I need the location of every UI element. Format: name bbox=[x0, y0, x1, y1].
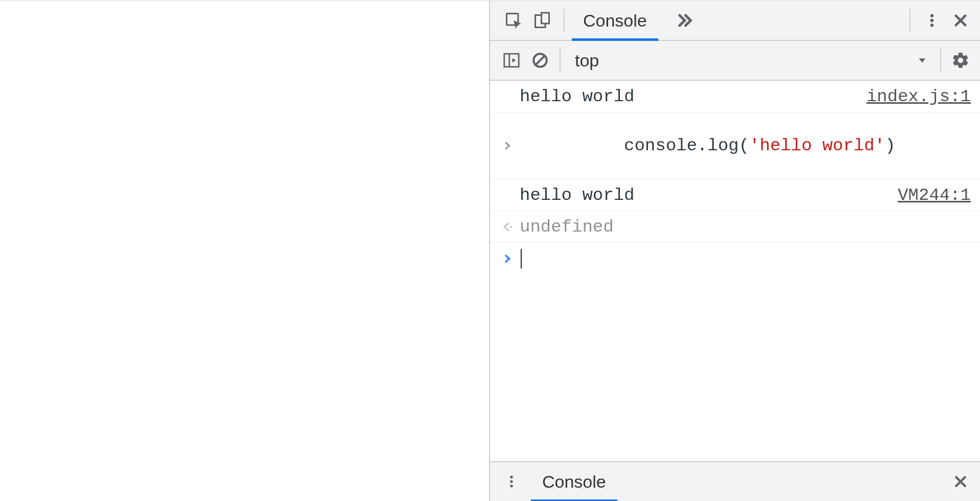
console-prompt[interactable] bbox=[490, 243, 980, 275]
log-message: hello world bbox=[520, 186, 898, 205]
svg-point-11 bbox=[510, 476, 513, 479]
divider bbox=[940, 49, 941, 72]
code-call-end: ) bbox=[885, 136, 895, 155]
context-selector[interactable]: top bbox=[566, 51, 935, 71]
divider bbox=[564, 9, 565, 32]
drawer-tab-label: Console bbox=[542, 472, 606, 492]
svg-point-10 bbox=[510, 226, 512, 228]
close-devtools-icon[interactable] bbox=[946, 6, 975, 35]
svg-line-9 bbox=[536, 56, 545, 65]
console-input-row: console.log('hello world') bbox=[490, 112, 980, 179]
drawer-bar: Console bbox=[490, 461, 980, 501]
svg-rect-6 bbox=[504, 54, 519, 67]
source-link[interactable]: VM244:1 bbox=[898, 186, 971, 205]
more-tabs-icon[interactable] bbox=[674, 10, 694, 31]
divider bbox=[560, 49, 561, 72]
input-code: console.log('hello world') bbox=[520, 117, 971, 175]
drawer-kebab-icon[interactable] bbox=[497, 467, 526, 496]
viewport-pane bbox=[0, 1, 489, 501]
context-selector-label: top bbox=[575, 51, 599, 71]
devtools-tabbar: Console bbox=[490, 1, 980, 41]
device-toolbar-icon[interactable] bbox=[528, 6, 556, 35]
kebab-menu-icon[interactable] bbox=[918, 6, 946, 35]
console-output[interactable]: hello world index.js:1 console.log('hell… bbox=[490, 81, 980, 461]
svg-point-4 bbox=[930, 19, 933, 22]
caret-down-icon bbox=[917, 55, 928, 66]
prompt-caret-icon bbox=[495, 252, 520, 265]
svg-rect-2 bbox=[542, 13, 549, 24]
close-drawer-icon[interactable] bbox=[946, 467, 975, 496]
svg-point-13 bbox=[510, 485, 513, 488]
svg-point-5 bbox=[930, 24, 933, 27]
console-log-row: hello world VM244:1 bbox=[490, 179, 980, 211]
console-return-row: undefined bbox=[490, 211, 980, 243]
svg-point-3 bbox=[930, 14, 933, 17]
tab-underline bbox=[572, 38, 658, 41]
drawer-tab-console[interactable]: Console bbox=[531, 462, 617, 501]
svg-point-12 bbox=[510, 480, 513, 483]
return-caret-icon bbox=[495, 221, 520, 233]
tab-console[interactable]: Console bbox=[572, 1, 658, 40]
console-settings-icon[interactable] bbox=[946, 46, 975, 75]
clear-console-icon[interactable] bbox=[526, 46, 554, 75]
console-toolbar: top bbox=[490, 41, 980, 81]
source-link[interactable]: index.js:1 bbox=[866, 87, 971, 106]
text-cursor bbox=[521, 249, 522, 268]
console-log-row: hello world index.js:1 bbox=[490, 81, 980, 112]
divider bbox=[909, 9, 910, 32]
code-string: 'hello world' bbox=[749, 136, 885, 155]
input-caret-icon bbox=[495, 139, 520, 152]
devtools-panel: Console bbox=[489, 1, 980, 501]
sidebar-toggle-icon[interactable] bbox=[497, 46, 526, 75]
log-message: hello world bbox=[520, 87, 866, 106]
inspect-element-icon[interactable] bbox=[499, 6, 528, 35]
return-value: undefined bbox=[520, 217, 971, 237]
code-call: console.log( bbox=[624, 136, 749, 155]
tab-console-label: Console bbox=[583, 11, 647, 31]
